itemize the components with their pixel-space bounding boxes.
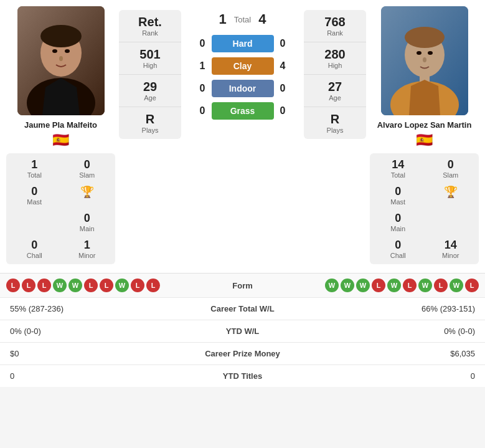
player1-slam-label: Slam — [79, 171, 95, 179]
form-badge: W — [53, 279, 67, 292]
player2-minor-value: 14 — [445, 239, 457, 252]
hard-button[interactable]: Hard — [212, 35, 274, 52]
player2-total-cell: 14 Total — [372, 156, 424, 181]
svg-point-11 — [405, 27, 445, 48]
player2-trophy-cell: 🏆 — [425, 183, 477, 208]
player1-stats-grid: 1 Total 0 Slam 0 Mast 🏆 — [6, 153, 115, 264]
form-badge: W — [450, 279, 463, 292]
player1-mast-value: 0 — [31, 185, 37, 198]
player1-plays-label: Plays — [142, 126, 159, 134]
player1-main-cell: 0 Main — [62, 209, 113, 235]
stats-row: 0 YTD Titles 0 — [0, 365, 485, 388]
player1-photo — [17, 6, 105, 115]
stats-row: 55% (287-236) Career Total W/L 66% (293-… — [0, 298, 485, 320]
svg-point-3 — [40, 25, 82, 47]
form-badge: W — [356, 279, 370, 292]
player2-plays-row: R Plays — [304, 107, 366, 139]
player2-rank-label: Rank — [327, 29, 343, 37]
player1-high-label: High — [143, 62, 158, 69]
player2-slam-label: Slam — [443, 171, 458, 179]
player1-high-value: 501 — [139, 47, 160, 62]
form-badge: L — [146, 279, 160, 292]
player2-plays-value: R — [331, 112, 339, 126]
player2-mast-cell: 0 Mast — [372, 183, 424, 208]
form-badge: L — [6, 279, 20, 292]
stat-center-label: Career Prize Money — [170, 343, 316, 365]
form-badge: W — [418, 279, 432, 292]
player2-high-value: 280 — [324, 47, 345, 62]
form-badge: L — [372, 279, 385, 292]
stat-left: 0% (0-0) — [0, 320, 170, 343]
player1-plays-value: R — [146, 112, 154, 126]
player2-total-value: 14 — [392, 158, 404, 171]
stat-right: 66% (293-151) — [315, 298, 485, 320]
player2-rank-value: 768 — [324, 15, 345, 29]
total-label: Total — [234, 15, 251, 24]
player1-age-value: 29 — [143, 80, 157, 94]
stat-center-label: YTD W/L — [170, 320, 316, 343]
svg-point-13 — [428, 51, 433, 55]
form-badge: L — [84, 279, 98, 292]
player2-chall-cell: 0 Chall — [372, 236, 424, 262]
stat-left: 55% (287-236) — [0, 298, 170, 320]
form-badge: L — [465, 279, 479, 292]
form-badge: W — [341, 279, 354, 292]
player2-trophy-icon: 🏆 — [444, 185, 458, 199]
form-badge: L — [100, 279, 113, 292]
form-badge: L — [37, 279, 51, 292]
player2-minor-cell: 14 Minor — [425, 236, 477, 262]
stat-left: $0 — [0, 343, 170, 365]
player2-total-label: Total — [391, 171, 405, 179]
player1-minor-value: 1 — [84, 239, 90, 252]
hard-row: 0 Hard 0 — [185, 32, 300, 55]
player1-rank-label: Rank — [142, 29, 158, 37]
stat-right: $6,035 — [315, 343, 485, 365]
player1-rank-row: Ret. Rank — [119, 10, 181, 42]
center-surface-area: 1 Total 4 0 Hard 0 1 Clay 4 0 Indoor 0 — [185, 6, 300, 122]
player2-age-row: 27 Age — [304, 75, 366, 107]
player1-chall-label: Chall — [27, 252, 42, 259]
player2-stats-inner: 14 Total 0 Slam 0 Mast 🏆 0 — [372, 156, 476, 235]
total-p1: 1 — [219, 11, 227, 27]
form-badge: L — [403, 279, 417, 292]
player1-name: Jaume Pla Malfeito — [24, 120, 97, 130]
player2-minor-label: Minor — [442, 252, 459, 259]
form-badge: L — [434, 279, 448, 292]
player1-row3: 0 Chall 1 Minor — [9, 236, 113, 262]
player2-main-value: 0 — [395, 212, 401, 225]
player-comparison-top: Jaume Pla Malfeito 🇪🇸 1 Total 0 Slam 0 — [0, 0, 485, 270]
indoor-button[interactable]: Indoor — [212, 80, 274, 97]
form-section: LLLWWLLWLL Form WWWLWLWLWL — [0, 273, 485, 297]
player1-form-badges: LLLWWLLWLL — [6, 279, 199, 292]
player1-high-row: 501 High — [119, 42, 181, 75]
player1-trophy-cell: 🏆 — [62, 183, 113, 208]
player1-age-label: Age — [144, 94, 156, 102]
grass-button[interactable]: Grass — [212, 102, 274, 120]
indoor-row: 0 Indoor 0 — [185, 77, 300, 100]
form-badge: L — [22, 279, 35, 292]
stats-row: $0 Career Prize Money $6,035 — [0, 343, 485, 365]
player2-mast-value: 0 — [395, 185, 401, 198]
player1-slam-value: 0 — [84, 158, 90, 171]
player2-name: Alvaro Lopez San Martin — [377, 120, 472, 130]
player2-high-label: High — [328, 62, 342, 69]
player2-stats-grid: 14 Total 0 Slam 0 Mast 🏆 0 — [370, 153, 479, 264]
stat-right: 0% (0-0) — [315, 320, 485, 343]
player1-chall-value: 0 — [31, 239, 37, 252]
clay-button[interactable]: Clay — [212, 57, 274, 75]
player2-rank-stats: 768 Rank 280 High 27 Age R Plays — [304, 10, 366, 139]
player2-high-row: 280 High — [304, 42, 366, 75]
total-row: 1 Total 4 — [219, 6, 266, 32]
player1-total-label: Total — [27, 171, 42, 179]
form-badge: W — [68, 279, 82, 292]
player1-flag: 🇪🇸 — [52, 132, 69, 148]
player1-chall-cell: 0 Chall — [9, 236, 60, 262]
clay-row: 1 Clay 4 — [185, 55, 300, 77]
grass-p2: 0 — [280, 105, 295, 117]
player2-slam-value: 0 — [448, 158, 454, 171]
player1-minor-label: Minor — [78, 252, 96, 259]
player1-trophy-icon: 🏆 — [80, 185, 94, 199]
indoor-p1: 0 — [191, 83, 205, 94]
player2-age-value: 27 — [328, 80, 342, 94]
player2-photo — [381, 6, 468, 115]
